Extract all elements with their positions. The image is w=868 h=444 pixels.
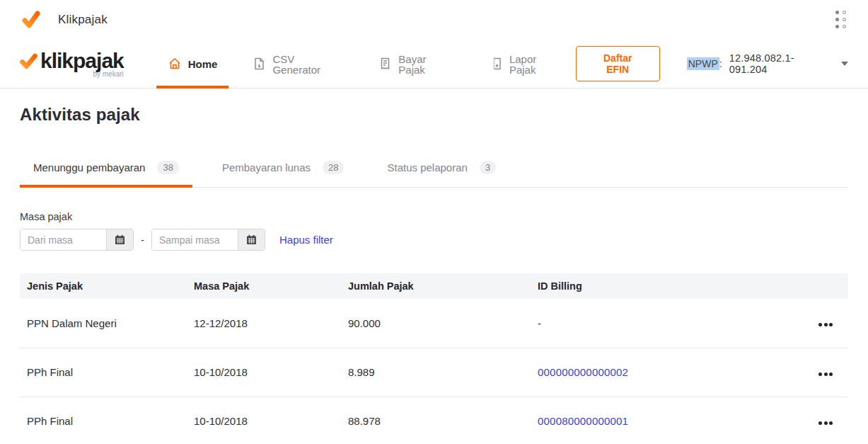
tab-status-pelaporan[interactable]: Status pelaporan 3 <box>374 151 509 187</box>
cell-jumlah-pajak: 8.989 <box>341 348 531 397</box>
tab-badge: 28 <box>323 161 344 174</box>
id-billing-link[interactable]: 000000000000002 <box>538 366 628 378</box>
tab-menunggu-pembayaran[interactable]: Menunggu pembayaran 38 <box>20 151 192 187</box>
nav-label: Bayar Pajak <box>398 53 454 75</box>
table-row: PPh Final 10-10/2018 8.989 0000000000000… <box>20 348 848 397</box>
bayar-pajak-icon <box>378 57 392 71</box>
nav-item-csv-generator[interactable]: CSV Generator <box>241 40 354 89</box>
cell-masa-pajak: 10-10/2018 <box>187 348 341 397</box>
col-header-masa-pajak: Masa Pajak <box>187 273 341 299</box>
cell-jumlah-pajak: 90.000 <box>341 299 531 348</box>
brand-check-icon <box>21 10 41 30</box>
cell-id-billing: - <box>531 299 785 348</box>
cell-jenis-pajak: PPN Dalam Negeri <box>20 299 187 348</box>
page-title: Aktivitas pajak <box>20 105 848 125</box>
npwp-selector[interactable]: NPWP : 12.948.082.1-091.204 <box>687 52 848 75</box>
table-row: PPh Final 10-10/2018 88.978 000080000000… <box>20 397 848 444</box>
col-header-actions <box>785 273 848 299</box>
cell-jenis-pajak: PPh Final <box>20 397 187 444</box>
filter-label: Masa pajak <box>20 211 848 222</box>
npwp-value: 12.948.082.1-091.204 <box>729 52 830 75</box>
nav-item-lapor-pajak[interactable]: Lapor Pajak <box>478 40 576 89</box>
cell-masa-pajak: 12-12/2018 <box>187 299 341 348</box>
app-title: Klikpajak <box>58 13 108 27</box>
main-header: klikpajak by mekari Home CSV Generator <box>0 40 868 89</box>
logo-check-icon <box>20 53 37 71</box>
tab-pembayaran-lunas[interactable]: Pembayaran lunas 28 <box>209 151 358 187</box>
logo-subtext: by mekari <box>93 70 123 78</box>
nav-label: CSV Generator <box>272 53 343 75</box>
date-from-calendar-button[interactable] <box>106 229 133 250</box>
apps-grid-icon[interactable] <box>835 11 847 29</box>
chevron-down-icon <box>841 62 848 66</box>
daftar-efin-button[interactable]: Daftar EFIN <box>576 46 660 81</box>
hapus-filter-link[interactable]: Hapus filter <box>279 234 333 246</box>
nav-item-bayar-pajak[interactable]: Bayar Pajak <box>367 40 465 89</box>
filter-section: Masa pajak - <box>20 211 848 251</box>
table-row: PPN Dalam Negeri 12-12/2018 90.000 - <box>20 299 848 348</box>
csv-generator-icon <box>253 57 266 71</box>
table-header-row: Jenis Pajak Masa Pajak Jumlah Pajak ID B… <box>20 273 848 299</box>
topbar: Klikpajak <box>0 0 868 40</box>
calendar-icon <box>246 234 257 245</box>
logo-text: klikpajak <box>40 50 124 72</box>
lapor-pajak-icon <box>490 57 503 71</box>
nav-item-home[interactable]: Home <box>156 40 229 89</box>
cell-jumlah-pajak: 88.978 <box>341 397 531 444</box>
nav-label: Lapor Pajak <box>509 53 565 75</box>
row-actions-kebab-icon[interactable] <box>818 320 833 329</box>
nav-label: Home <box>188 58 218 69</box>
tab-label: Menunggu pembayaran <box>33 161 145 173</box>
npwp-label: NPWP <box>687 57 719 70</box>
tab-label: Pembayaran lunas <box>222 161 311 173</box>
col-header-jenis-pajak: Jenis Pajak <box>20 273 187 299</box>
date-to-calendar-button[interactable] <box>238 229 265 250</box>
row-actions-kebab-icon[interactable] <box>818 419 833 428</box>
cell-masa-pajak: 10-10/2018 <box>187 397 341 444</box>
date-from-group <box>20 229 134 251</box>
col-header-id-billing: ID Billing <box>531 273 785 299</box>
col-header-jumlah-pajak: Jumlah Pajak <box>341 273 531 299</box>
klikpajak-logo[interactable]: klikpajak by mekari <box>20 50 124 78</box>
main-content: Aktivitas pajak Menunggu pembayaran 38 P… <box>0 89 868 444</box>
row-actions-kebab-icon[interactable] <box>818 370 833 379</box>
tab-badge: 38 <box>157 161 178 174</box>
cell-jenis-pajak: PPh Final <box>20 348 187 397</box>
id-billing-link[interactable]: 000080000000001 <box>538 415 628 427</box>
tabs: Menunggu pembayaran 38 Pembayaran lunas … <box>20 151 848 188</box>
tax-table: Jenis Pajak Masa Pajak Jumlah Pajak ID B… <box>20 273 848 444</box>
home-icon <box>168 57 182 71</box>
npwp-colon: : <box>719 58 722 69</box>
date-range-separator: - <box>141 234 144 246</box>
date-from-input[interactable] <box>21 229 106 250</box>
tab-badge: 3 <box>480 161 496 174</box>
calendar-icon <box>115 234 125 245</box>
date-to-group <box>151 229 265 251</box>
tab-label: Status pelaporan <box>387 161 467 173</box>
main-nav: Home CSV Generator Bayar Pajak <box>156 40 576 89</box>
header-right: Daftar EFIN NPWP : 12.948.082.1-091.204 <box>576 46 848 81</box>
date-to-input[interactable] <box>152 229 238 250</box>
